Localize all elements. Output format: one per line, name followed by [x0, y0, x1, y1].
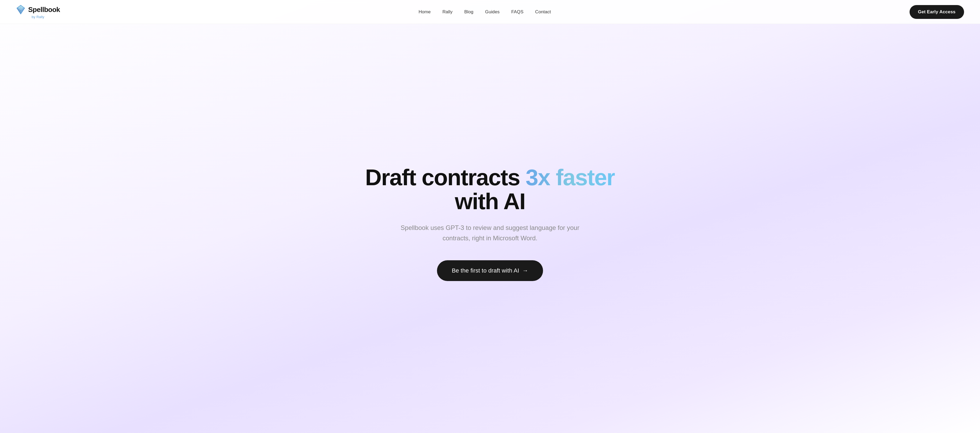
page-wrapper: Spellbook by Rally Home Rally Blog Guide…: [0, 0, 980, 433]
hero-headline-highlight: 3x faster: [525, 165, 615, 190]
logo-text: Spellbook: [28, 6, 60, 14]
nav-item-home[interactable]: Home: [418, 9, 431, 14]
logo-row: Spellbook: [16, 5, 60, 14]
hero-headline-part1: Draft contracts: [365, 165, 526, 190]
nav-link-faqs[interactable]: FAQS: [511, 9, 523, 14]
nav-item-guides[interactable]: Guides: [485, 9, 500, 14]
hero-headline: Draft contracts 3x faster with AI: [344, 165, 636, 213]
hero-headline-part2: with AI: [455, 189, 525, 214]
hero-subtext: Spellbook uses GPT-3 to review and sugge…: [389, 223, 591, 243]
hero-cta-button[interactable]: Be the first to draft with AI →: [437, 260, 543, 281]
nav-link-contact[interactable]: Contact: [535, 9, 551, 14]
logo-sub: by Rally: [32, 15, 45, 19]
hero-section: Draft contracts 3x faster with AI Spellb…: [0, 24, 980, 433]
nav-link-blog[interactable]: Blog: [465, 9, 473, 14]
nav-item-faqs[interactable]: FAQS: [511, 9, 523, 14]
logo-area: Spellbook by Rally: [16, 5, 60, 19]
hero-cta-label: Be the first to draft with AI: [452, 267, 519, 274]
nav-item-blog[interactable]: Blog: [465, 9, 473, 14]
nav-link-guides[interactable]: Guides: [485, 9, 500, 14]
nav-item-rally[interactable]: Rally: [442, 9, 452, 14]
navbar-cta-button[interactable]: Get Early Access: [910, 5, 964, 19]
navbar: Spellbook by Rally Home Rally Blog Guide…: [0, 0, 980, 24]
nav-link-home[interactable]: Home: [418, 9, 431, 14]
nav-link-rally[interactable]: Rally: [442, 9, 452, 14]
logo-icon: [16, 5, 25, 14]
nav-links: Home Rally Blog Guides FAQS Contact: [418, 9, 551, 14]
nav-item-contact[interactable]: Contact: [535, 9, 551, 14]
arrow-icon: →: [522, 267, 528, 274]
